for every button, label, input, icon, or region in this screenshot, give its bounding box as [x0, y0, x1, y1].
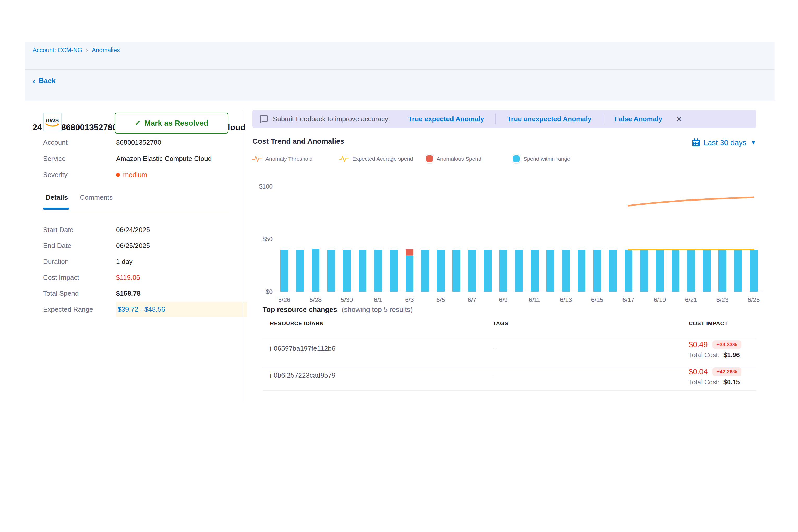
- y-axis-tick: $50: [245, 235, 272, 243]
- left-panel-tabs: Details Comments: [46, 193, 113, 204]
- resource-tags: -: [493, 344, 495, 353]
- tab-details[interactable]: Details: [46, 193, 68, 204]
- x-axis-tick: 6/23: [711, 296, 734, 304]
- expected-range-value: $39.72 - $48.56: [116, 302, 247, 317]
- summary-value: Amazon Elastic Compute Cloud: [116, 154, 212, 164]
- cost-impact-cell: $0.49 +33.33% Total Cost: $1.96: [689, 340, 741, 359]
- cost-impact-value: $119.06: [116, 272, 140, 282]
- total-spend-value: $158.78: [116, 288, 140, 298]
- table-divider: [263, 367, 756, 367]
- legend-label: Anomaly Threshold: [265, 156, 313, 162]
- breadcrumb-anomalies-link[interactable]: Anomalies: [92, 47, 120, 54]
- comment-bubble-icon: [259, 114, 268, 124]
- legend-label: Anomalous Spend: [437, 156, 481, 162]
- resource-id-link[interactable]: i-06597ba197fe112b6: [270, 344, 335, 353]
- legend-expected-average: Expected Average spend: [339, 154, 426, 164]
- detail-row-cost-impact: Cost Impact $119.06: [43, 272, 243, 282]
- line-expected-average-spend: [628, 249, 754, 250]
- resource-tags: -: [493, 372, 495, 379]
- active-tab-underline: [43, 208, 69, 210]
- mark-as-resolved-button[interactable]: ✓ Mark as Resolved: [115, 113, 228, 134]
- x-axis-tick: 5/30: [335, 296, 359, 304]
- summary-label: Severity: [43, 170, 68, 180]
- cost-impact-amount: $0.49: [689, 340, 708, 349]
- tab-comments[interactable]: Comments: [80, 193, 113, 204]
- chevron-down-icon: ▼: [750, 139, 756, 146]
- cost-trend-chart: [277, 177, 761, 291]
- feedback-separator: [495, 114, 496, 124]
- x-axis-tick: 6/1: [366, 296, 390, 304]
- summary-row-account: Account 868001352780: [43, 137, 241, 147]
- detail-label: Total Spend: [43, 288, 79, 298]
- x-axis-tick: 6/21: [679, 296, 703, 304]
- cyan-square-icon: [513, 155, 520, 162]
- trend-lines: [277, 177, 761, 291]
- x-axis-tick: 6/3: [398, 296, 421, 304]
- back-button[interactable]: ‹ Back: [33, 75, 56, 87]
- x-axis-tick: 6/19: [648, 296, 671, 304]
- anomaly-detail-page: Account: CCM-NG › Anomalies ‹ Back 24 Ju…: [0, 0, 798, 532]
- change-percent-badge: +42.26%: [712, 367, 742, 376]
- total-cost-label: Total Cost:: [689, 351, 720, 359]
- tab-divider: [43, 209, 229, 209]
- cost-impact-cell: $0.04 +42.26% Total Cost: $0.15: [689, 367, 741, 386]
- x-axis-tick: 5/28: [304, 296, 327, 304]
- total-cost-value: $1.96: [723, 351, 740, 359]
- feedback-false-anomaly[interactable]: False Anomaly: [615, 115, 662, 123]
- breadcrumb-account-link[interactable]: Account: CCM-NG: [33, 47, 82, 54]
- aws-logo-text: aws: [46, 117, 59, 123]
- summary-row-severity: Severity medium: [43, 170, 241, 180]
- detail-row-end-date: End Date 06/25/2025: [43, 241, 243, 251]
- change-percent-badge: +33.33%: [712, 340, 742, 349]
- date-range-label: Last 30 days: [704, 138, 746, 147]
- calendar-icon: [692, 138, 700, 147]
- resources-heading-text: Top resource changes: [263, 306, 337, 314]
- detail-label: Start Date: [43, 225, 74, 235]
- card-header: Account: CCM-NG › Anomalies ‹ Back: [25, 42, 775, 101]
- legend-label: Expected Average spend: [352, 156, 413, 162]
- close-icon[interactable]: ✕: [676, 114, 682, 124]
- aws-smile-icon: [45, 123, 60, 127]
- detail-label: Expected Range: [43, 304, 93, 314]
- summary-label: Account: [43, 137, 68, 147]
- table-divider: [263, 338, 756, 339]
- resource-id-link[interactable]: i-0b6f257223cad9579: [270, 372, 336, 379]
- x-axis-tick: 5/26: [272, 296, 296, 304]
- red-square-icon: [426, 155, 433, 162]
- x-axis-tick: 6/11: [523, 296, 546, 304]
- total-cost-value: $0.15: [723, 378, 740, 386]
- line-anomaly-threshold: [628, 197, 754, 206]
- resources-heading: Top resource changes (showing top 5 resu…: [263, 306, 413, 314]
- feedback-separator: [603, 114, 603, 124]
- detail-label: End Date: [43, 241, 71, 251]
- feedback-true-unexpected[interactable]: True unexpected Anomaly: [507, 115, 591, 123]
- panel-divider: [243, 110, 243, 402]
- x-axis-labels: 5/265/285/306/16/36/56/76/96/116/136/156…: [277, 296, 761, 305]
- pulse-line-icon: [339, 155, 349, 163]
- summary-row-service: Service Amazon Elastic Compute Cloud: [43, 154, 241, 164]
- chevron-left-icon: ‹: [33, 77, 36, 85]
- x-axis-tick: 6/9: [492, 296, 515, 304]
- x-axis-tick: 6/17: [617, 296, 640, 304]
- summary-label: Service: [43, 154, 66, 164]
- legend-anomaly-threshold: Anomaly Threshold: [252, 154, 339, 164]
- date-range-selector[interactable]: Last 30 days ▼: [692, 137, 756, 148]
- chart-legend: Anomaly Threshold Expected Average spend…: [252, 154, 756, 164]
- severity-text: medium: [123, 171, 147, 179]
- x-axis-tick: 6/25: [742, 296, 765, 304]
- legend-label: Spend within range: [524, 156, 570, 162]
- total-cost-label: Total Cost:: [689, 378, 720, 386]
- aws-logo: aws: [43, 113, 62, 131]
- back-label: Back: [39, 77, 56, 85]
- header-divider: [25, 69, 775, 70]
- x-axis-tick: 6/7: [460, 296, 484, 304]
- detail-label: Duration: [43, 256, 69, 267]
- chevron-right-icon: ›: [86, 46, 88, 54]
- severity-dot-icon: [116, 173, 120, 177]
- x-axis-line: [261, 291, 763, 292]
- column-cost-impact: COST IMPACT: [689, 320, 728, 326]
- legend-spend-within-range: Spend within range: [513, 154, 600, 164]
- feedback-true-expected[interactable]: True expected Anomaly: [408, 115, 484, 123]
- detail-value: 06/25/2025: [116, 241, 150, 251]
- y-axis-tick: $100: [245, 183, 272, 190]
